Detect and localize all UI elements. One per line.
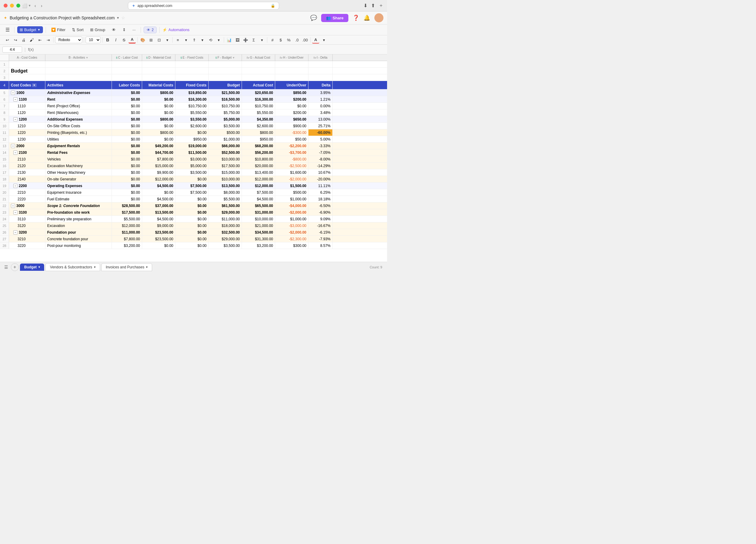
row20-under-over[interactable]: $500.00 [275, 189, 308, 196]
row7-actual[interactable]: $10,750.00 [242, 103, 275, 109]
row16-delta[interactable]: -14.29% [308, 163, 333, 169]
collapse-icon-22[interactable]: − [11, 204, 15, 208]
maximize-button[interactable] [16, 4, 20, 8]
row17-labor[interactable]: $0.00 [112, 169, 142, 176]
row21-delta[interactable]: 18.18% [308, 196, 333, 202]
inc-dec-button[interactable]: .00 [301, 36, 309, 44]
user-avatar[interactable] [374, 13, 383, 22]
row6-material[interactable]: $0.00 [142, 96, 175, 103]
view-count-badge[interactable]: 👁 2 [144, 27, 157, 33]
row24-budget[interactable]: $11,000.00 [209, 216, 242, 222]
row24-activity[interactable]: Preliminary site preparation [45, 216, 112, 222]
row20-labor[interactable]: $0.00 [112, 189, 142, 196]
row25-actual[interactable]: $21,000.00 [242, 223, 275, 229]
add-sheet-button[interactable]: + [11, 263, 19, 271]
row15-actual[interactable]: $10,800.00 [242, 156, 275, 162]
row10-activity[interactable]: On-Site Office Costs [45, 123, 112, 129]
table-row[interactable]: 13 − 2000 Equipment Rentals $0.00 $49,20… [0, 143, 387, 149]
merge-chevron-button[interactable]: ▾ [164, 36, 171, 44]
table-row[interactable]: 22 − 3000 Scope 1: Concrete Foundation $… [0, 203, 387, 209]
row18-actual[interactable]: $12,000.00 [242, 176, 275, 182]
v-align-chevron[interactable]: ▾ [199, 36, 206, 44]
row26-delta[interactable]: -6.15% [308, 229, 333, 236]
row2-f[interactable] [209, 68, 242, 74]
row3-g[interactable] [242, 74, 275, 81]
row21-under-over[interactable]: $1,000.00 [275, 196, 308, 202]
row26-budget[interactable]: $32,500.00 [209, 229, 242, 236]
row3-f[interactable] [209, 74, 242, 81]
row7-under-over[interactable]: $0.00 [275, 103, 308, 109]
row1-labor[interactable] [112, 61, 142, 67]
row2-i[interactable] [308, 68, 333, 74]
row25-fixed[interactable]: $0.00 [175, 223, 209, 229]
more-button[interactable]: ··· [130, 27, 138, 33]
row15-under-over[interactable]: -$800.00 [275, 156, 308, 162]
row28-code[interactable]: 3220 [9, 243, 45, 249]
table-row[interactable]: 12 1230 Utilities $0.00 $0.00 $950.00 $1… [0, 136, 387, 143]
row23-actual[interactable]: $31,000.00 [242, 209, 275, 216]
row8-under-over[interactable]: $200.00 [275, 109, 308, 116]
row27-budget[interactable]: $29,000.00 [209, 236, 242, 242]
row8-fixed[interactable]: $5,550.00 [175, 109, 209, 116]
text-wrap-chevron[interactable]: ▾ [215, 36, 222, 44]
row16-material[interactable]: $15,000.00 [142, 163, 175, 169]
row3-b[interactable] [45, 74, 112, 81]
col-header-g[interactable]: fw G - Actual Cost [242, 54, 275, 61]
row3-d[interactable] [142, 74, 175, 81]
header-delta[interactable]: Delta [308, 81, 333, 89]
row28-budget[interactable]: $3,500.00 [209, 243, 242, 249]
table-row[interactable]: 10 1210 On-Site Office Costs $0.00 $0.00… [0, 123, 387, 129]
collapse-icon-23[interactable]: − [13, 210, 18, 215]
row14-budget[interactable]: $52,500.00 [209, 149, 242, 156]
header-labor[interactable]: Labor Costs [112, 81, 142, 89]
row3-h[interactable] [275, 74, 308, 81]
row20-code[interactable]: 2210 [9, 189, 45, 196]
row24-material[interactable]: $4,500.00 [142, 216, 175, 222]
row13-actual[interactable]: $68,200.00 [242, 143, 275, 149]
collapse-icon-26[interactable]: − [13, 230, 18, 235]
row5-under-over[interactable]: $850.00 [275, 90, 308, 96]
row25-budget[interactable]: $18,000.00 [209, 223, 242, 229]
row10-code[interactable]: 1210 [9, 123, 45, 129]
row23-under-over[interactable]: -$2,000.00 [275, 209, 308, 216]
chart-button[interactable]: 📊 [226, 36, 233, 44]
help-icon[interactable]: ❓ [353, 15, 359, 21]
col-header-c[interactable]: $ C - Labor Cost [112, 54, 142, 61]
row2-c[interactable] [112, 68, 142, 74]
row8-code[interactable]: 1120 [9, 109, 45, 116]
row2-b[interactable] [45, 68, 112, 74]
row2-title[interactable]: Budget [9, 68, 45, 74]
row5-material[interactable]: $800.00 [142, 90, 175, 96]
collapse-icon-5[interactable]: − [11, 91, 15, 95]
row14-code[interactable]: − 2100 [9, 149, 45, 156]
row15-fixed[interactable]: $3,000.00 [175, 156, 209, 162]
table-row[interactable]: 26 − 3200 Foundation pour $11,000.00 $23… [0, 229, 387, 236]
row14-material[interactable]: $44,700.00 [142, 149, 175, 156]
row19-actual[interactable]: $12,000.00 [242, 183, 275, 189]
bold-button[interactable]: B [104, 36, 111, 44]
row11-actual[interactable]: $800.00 [242, 129, 275, 136]
text-format-button[interactable]: A [312, 36, 319, 44]
tab-invoices[interactable]: Invoices and Purchases ▾ [101, 263, 152, 271]
row6-labor[interactable]: $0.00 [112, 96, 142, 103]
row22-code[interactable]: − 3000 [9, 203, 45, 209]
table-row[interactable]: 28 3220 Post-pour monitoring $3,200.00 $… [0, 243, 387, 249]
text-wrap-button[interactable]: ⟲ [207, 36, 214, 44]
row1-activity[interactable] [45, 61, 112, 67]
row20-actual[interactable]: $7,500.00 [242, 189, 275, 196]
row18-labor[interactable]: $0.00 [112, 176, 142, 182]
row20-delta[interactable]: 6.25% [308, 189, 333, 196]
table-row[interactable]: 4 Cost Codes ▼ Activities Labor Costs Ma… [0, 81, 387, 90]
row13-delta[interactable]: -3.33% [308, 143, 333, 149]
row7-code[interactable]: 1110 [9, 103, 45, 109]
row14-labor[interactable]: $0.00 [112, 149, 142, 156]
row8-labor[interactable]: $0.00 [112, 109, 142, 116]
row11-labor[interactable]: $0.00 [112, 129, 142, 136]
row23-activity[interactable]: Pre-foundation site work [45, 209, 112, 216]
row10-under-over[interactable]: $900.00 [275, 123, 308, 129]
row24-code[interactable]: 3110 [9, 216, 45, 222]
row7-budget[interactable]: $10,750.00 [209, 103, 242, 109]
row6-actual[interactable]: $16,300.00 [242, 96, 275, 103]
table-row[interactable]: 24 3110 Preliminary site preparation $5,… [0, 216, 387, 223]
row5-budget[interactable]: $21,500.00 [209, 90, 242, 96]
